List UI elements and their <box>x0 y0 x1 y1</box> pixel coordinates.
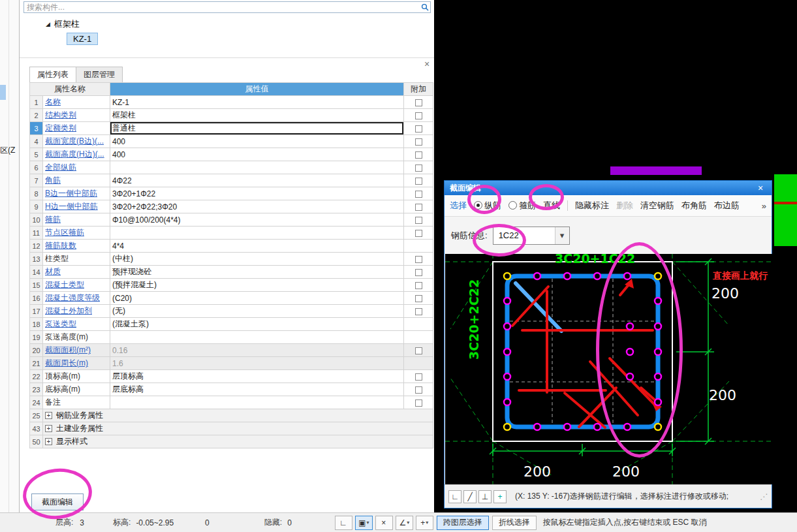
property-value[interactable]: 普通柱 <box>110 122 404 135</box>
row-index[interactable]: 6 <box>30 161 43 174</box>
property-name[interactable]: 混凝土外加剂 <box>43 305 110 318</box>
stirrup-radio[interactable]: 箍筋 <box>508 200 536 211</box>
property-name[interactable]: 全部纵筋 <box>43 161 110 174</box>
row-index[interactable]: 22 <box>30 370 43 383</box>
longitudinal-radio[interactable]: 纵筋 <box>474 200 501 211</box>
property-name[interactable]: 泵送类型 <box>43 318 110 331</box>
extra-checkbox[interactable] <box>415 269 422 276</box>
property-value[interactable]: 400 <box>110 135 404 148</box>
property-value[interactable]: (预拌混凝土) <box>110 279 404 292</box>
property-name[interactable]: 箍筋 <box>43 213 110 227</box>
tab-property-list[interactable]: 属性列表 <box>29 67 76 83</box>
row-index[interactable]: 13 <box>30 253 43 266</box>
search-icon[interactable] <box>420 3 430 12</box>
property-value[interactable] <box>110 161 404 174</box>
property-name[interactable]: 箍筋肢数 <box>43 240 110 253</box>
tree-node-kz1[interactable]: KZ-1 <box>67 33 98 45</box>
tree-node-frame-column[interactable]: ◢框架柱 <box>46 18 80 30</box>
extra-checkbox[interactable] <box>415 138 422 146</box>
extra-checkbox[interactable] <box>415 151 422 159</box>
property-value[interactable] <box>110 396 404 409</box>
property-value[interactable]: (中柱) <box>110 253 404 266</box>
rect-select-icon[interactable]: ▣▾ <box>355 516 373 530</box>
property-value[interactable]: 0.16 <box>110 344 404 357</box>
property-value[interactable]: Φ10@100/200(4*4) <box>110 213 404 227</box>
row-index[interactable]: 16 <box>30 292 43 305</box>
property-name[interactable]: 混凝土强度等级 <box>43 292 110 305</box>
section-drawing-canvas[interactable]: 3C20+1C22 3C20+2C22 200 200 200 200 直接画上… <box>445 254 772 484</box>
row-index[interactable]: 50 <box>30 435 43 448</box>
property-name[interactable]: 名称 <box>43 96 110 109</box>
perpendicular-snap-icon[interactable]: ⊥ <box>478 490 492 503</box>
hide-annotation-tool[interactable]: 隐藏标注 <box>575 200 609 211</box>
property-value[interactable]: 层底标高 <box>110 383 404 396</box>
extra-checkbox[interactable] <box>415 399 422 407</box>
ortho-mode-icon[interactable]: ∟ <box>335 516 352 530</box>
extra-checkbox[interactable] <box>415 204 422 211</box>
line-tool[interactable]: 直线 <box>543 200 560 211</box>
property-value[interactable]: 预拌现浇砼 <box>110 266 404 279</box>
property-value[interactable]: (无) <box>110 305 404 318</box>
search-input[interactable] <box>24 3 420 12</box>
property-value[interactable] <box>110 227 404 240</box>
extra-checkbox[interactable] <box>415 295 422 302</box>
property-value[interactable]: 4*4 <box>110 240 404 253</box>
property-name[interactable]: 柱类型 <box>43 253 110 266</box>
row-index[interactable]: 20 <box>30 344 43 357</box>
extra-checkbox[interactable] <box>415 386 422 394</box>
extra-checkbox[interactable] <box>415 308 422 315</box>
row-index[interactable]: 25 <box>30 409 43 422</box>
add-point-icon[interactable]: + <box>493 490 507 503</box>
green-column-element[interactable] <box>774 174 797 246</box>
property-name[interactable]: 节点区箍筋 <box>43 227 110 240</box>
cross-layer-select-button[interactable]: 跨图层选择 <box>437 516 489 530</box>
property-name[interactable]: 混凝土类型 <box>43 279 110 292</box>
tab-layer-manage[interactable]: 图层管理 <box>76 67 123 83</box>
point-snap-icon[interactable]: +▾ <box>416 516 433 530</box>
row-index[interactable]: 21 <box>30 357 43 370</box>
line-draw-icon[interactable]: ╱ <box>463 490 477 503</box>
dialog-titlebar[interactable]: 截面编辑 × <box>445 181 772 195</box>
property-value[interactable]: 框架柱 <box>110 109 404 122</box>
property-name[interactable]: 材质 <box>43 266 110 279</box>
property-name[interactable]: 截面周长(m) <box>43 357 110 370</box>
row-index[interactable]: 18 <box>30 318 43 331</box>
row-index[interactable]: 1 <box>30 96 43 109</box>
extra-checkbox[interactable] <box>415 164 422 172</box>
property-name[interactable]: 备注 <box>43 396 110 409</box>
property-value[interactable] <box>110 331 404 344</box>
section-drawing[interactable]: 3C20+1C22 3C20+2C22 200 200 200 200 直接画上… <box>445 254 772 484</box>
extra-checkbox[interactable] <box>415 217 422 224</box>
extra-checkbox[interactable] <box>415 230 422 237</box>
corner-snap-icon[interactable]: ∟ <box>448 490 461 503</box>
property-value[interactable]: (C20) <box>110 292 404 305</box>
property-name[interactable]: 底标高(m) <box>43 383 110 396</box>
property-name[interactable]: 截面面积(m²) <box>43 344 110 357</box>
group-row-cell[interactable]: +钢筋业务属性 <box>43 409 433 422</box>
row-index[interactable]: 23 <box>30 383 43 396</box>
drawing-canvas-area[interactable]: 截面编辑 × 选择 纵筋 箍筋 直线 隐藏标注 删除 清空钢筋 布角筋 布边筋 … <box>434 0 797 512</box>
property-value[interactable]: 层顶标高 <box>110 370 404 383</box>
expand-icon[interactable]: + <box>45 412 52 419</box>
row-index[interactable]: 12 <box>30 240 43 253</box>
property-name[interactable]: 泵送高度(m) <box>43 331 110 344</box>
edge-bar-tool[interactable]: 布边筋 <box>714 200 740 211</box>
row-index[interactable]: 24 <box>30 396 43 409</box>
rebar-info-combobox[interactable]: 1C22 ▾ <box>493 227 570 245</box>
row-index[interactable]: 43 <box>30 422 43 435</box>
property-name[interactable]: 截面宽度(B边)(... <box>43 135 110 148</box>
property-name[interactable]: H边一侧中部筋 <box>43 200 110 213</box>
extra-checkbox[interactable] <box>415 178 422 185</box>
resize-grip-icon[interactable]: ⋰ <box>760 492 768 501</box>
extra-checkbox[interactable] <box>415 99 422 106</box>
row-index[interactable]: 2 <box>30 109 43 122</box>
row-index[interactable]: 9 <box>30 200 43 213</box>
property-name[interactable]: 结构类别 <box>43 109 110 122</box>
angle-snap-icon[interactable]: ∠▾ <box>396 516 413 530</box>
group-row-cell[interactable]: +显示样式 <box>43 435 433 448</box>
row-index[interactable]: 19 <box>30 331 43 344</box>
row-index[interactable]: 5 <box>30 148 43 161</box>
expand-icon[interactable]: + <box>45 438 52 445</box>
extra-checkbox[interactable] <box>415 191 422 198</box>
section-edit-button[interactable]: 截面编辑 <box>31 493 84 510</box>
